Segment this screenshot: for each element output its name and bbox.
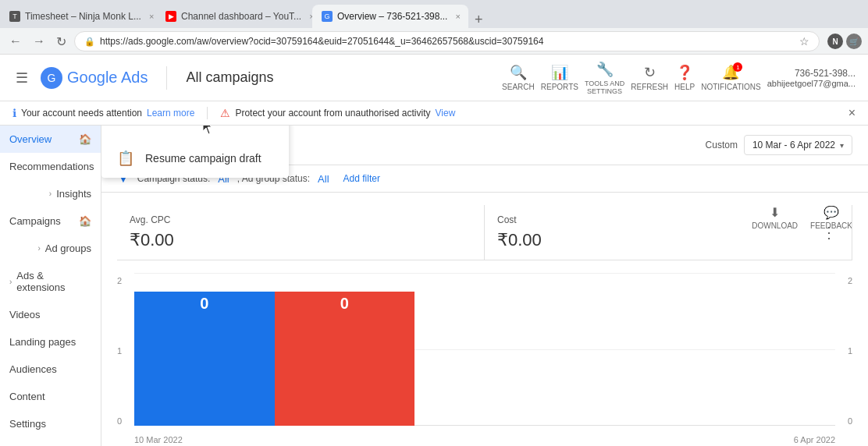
attention-item-2: ⚠ Protect your account from unauthorised…: [220, 107, 455, 119]
attention-item-1: ℹ Your account needs attention Learn mor…: [12, 107, 194, 119]
reports-icon: 📊: [551, 64, 568, 81]
sidebar-item-content[interactable]: Content: [0, 383, 101, 410]
tab-favicon-googleads: G: [322, 11, 333, 22]
resume-draft-icon: 📋: [117, 150, 134, 167]
tab-favicon-timesheet: T: [9, 11, 20, 22]
address-bar[interactable]: 🔒 https://ads.google.com/aw/overview?oci…: [74, 31, 820, 51]
google-ads-logo-svg: G: [41, 67, 62, 89]
all-campaigns-label: All campaigns: [186, 69, 273, 86]
attention-text-2: Protect your account from unauthorised a…: [235, 108, 430, 119]
svg-text:G: G: [48, 72, 56, 84]
tab-label-youtube: Channel dashboard – YouT...: [181, 11, 301, 22]
notifications-icon: 🔔 1: [722, 64, 739, 81]
home-icon: 🏠: [79, 133, 91, 145]
attention-text-1: Your account needs attention: [21, 108, 142, 119]
tab-youtube[interactable]: ▶ Channel dashboard – YouT... ×: [156, 5, 312, 28]
new-campaign-item[interactable]: + New campaign: [101, 126, 289, 139]
insights-arrow: ›: [49, 189, 52, 198]
sidebar-item-landing-pages[interactable]: Landing pages: [0, 328, 101, 356]
sidebar: Overview 🏠 Recommendations › Insights Ca…: [0, 126, 101, 446]
date-range-button[interactable]: 10 Mar - 6 Apr 2022 ▾: [744, 135, 852, 155]
sidebar-label-content: Content: [9, 391, 45, 402]
chart-area: ⬇ DOWNLOAD 💬 FEEDBACK Avg. CPC ₹0.00: [101, 193, 868, 446]
browser-chrome: T Timesheet – Ninja Monk L... × ▶ Channe…: [0, 0, 868, 55]
refresh-action[interactable]: ↻ REFRESH: [631, 64, 668, 91]
account-email: abhijeetgoel77@gma...: [767, 79, 856, 88]
sidebar-item-ads-extensions[interactable]: › Ads & extensions: [0, 262, 101, 301]
sidebar-label-settings: Settings: [9, 418, 46, 430]
tools-action[interactable]: 🔧 TOOLS ANDSETTINGS: [585, 61, 624, 95]
view-link[interactable]: View: [436, 108, 456, 119]
learn-more-link[interactable]: Learn more: [147, 108, 194, 119]
tab-favicon-youtube: ▶: [165, 11, 176, 22]
sidebar-item-change-history[interactable]: Change history: [0, 437, 101, 446]
tab-googleads[interactable]: G Overview – 736-521-398... ×: [312, 5, 468, 28]
notifications-label: NOTIFICATIONS: [701, 83, 760, 91]
tab-close-timesheet[interactable]: ×: [149, 12, 154, 21]
refresh-icon: ↻: [644, 64, 656, 81]
google-ads-logo: G Google Ads: [41, 67, 148, 89]
date-range-text: 10 Mar - 6 Apr 2022: [752, 140, 835, 150]
sidebar-item-videos[interactable]: Videos: [0, 301, 101, 328]
ext-icon-cart: 🛒: [846, 34, 862, 49]
nav-divider: [166, 66, 167, 90]
sidebar-label-ads-extensions: Ads & extensions: [16, 270, 91, 293]
custom-label: Custom: [706, 140, 738, 150]
search-icon: 🔍: [510, 64, 527, 81]
attention-divider: [207, 107, 208, 119]
date-range-chevron: ▾: [840, 141, 844, 150]
tab-label-googleads: Overview – 736-521-398...: [337, 11, 447, 22]
sidebar-item-campaigns[interactable]: Campaigns 🏠: [0, 207, 101, 235]
add-filter-button[interactable]: Add filter: [343, 173, 380, 184]
back-button[interactable]: ←: [6, 33, 25, 50]
attention-close-button[interactable]: ×: [848, 106, 856, 120]
help-label: HELP: [674, 83, 695, 91]
avg-cpc-label: Avg. CPC: [130, 214, 471, 225]
account-info[interactable]: 736-521-398... abhijeetgoel77@gma...: [767, 68, 856, 88]
search-action[interactable]: 🔍 SEARCH: [502, 64, 535, 91]
forward-button[interactable]: →: [30, 33, 48, 50]
sidebar-label-overview: Overview: [9, 133, 52, 145]
tools-icon: 🔧: [596, 61, 614, 78]
dropdown-menu: + New campaign 📋 Resume campaign draft: [101, 126, 289, 178]
campaigns-home-icon: 🏠: [79, 215, 91, 227]
resume-draft-label: Resume campaign draft: [145, 152, 261, 165]
tab-bar: T Timesheet – Ninja Monk L... × ▶ Channe…: [0, 0, 868, 28]
sidebar-label-insights: Insights: [56, 188, 91, 200]
refresh-button[interactable]: ↻: [53, 33, 69, 51]
sidebar-label-adgroups: Ad groups: [45, 242, 91, 254]
url-text: https://ads.google.com/aw/overview?ocid=…: [100, 36, 795, 47]
ads-extensions-arrow: ›: [9, 278, 12, 286]
content-area: Overview Custom 10 Mar - 6 Apr 2022 ▾ ▼ …: [101, 126, 868, 446]
nav-actions: 🔍 SEARCH 📊 REPORTS 🔧 TOOLS ANDSETTINGS ↻…: [502, 61, 856, 95]
sidebar-item-recommendations[interactable]: Recommendations: [0, 153, 101, 180]
sidebar-item-settings[interactable]: Settings: [0, 410, 101, 437]
sidebar-item-insights[interactable]: › Insights: [0, 180, 101, 207]
main-layout: Overview 🏠 Recommendations › Insights Ca…: [0, 126, 868, 446]
help-icon: ❓: [676, 64, 693, 81]
notifications-action[interactable]: 🔔 1 NOTIFICATIONS: [701, 64, 760, 91]
reports-action[interactable]: 📊 REPORTS: [541, 64, 578, 91]
help-action[interactable]: ❓ HELP: [674, 64, 695, 91]
new-tab-button[interactable]: +: [468, 12, 489, 28]
refresh-label: REFRESH: [631, 83, 668, 91]
account-id: 736-521-398...: [795, 68, 856, 79]
sidebar-item-adgroups[interactable]: › Ad groups: [0, 235, 101, 262]
tools-label: TOOLS ANDSETTINGS: [585, 80, 624, 95]
sidebar-label-landing-pages: Landing pages: [9, 336, 76, 348]
tab-close-googleads[interactable]: ×: [455, 12, 460, 21]
hamburger-icon[interactable]: ☰: [12, 66, 31, 90]
resume-draft-item[interactable]: 📋 Resume campaign draft: [101, 139, 289, 178]
tab-timesheet[interactable]: T Timesheet – Ninja Monk L... ×: [0, 5, 156, 28]
top-nav: ☰ G Google Ads All campaigns 🔍 SEARCH 📊 …: [0, 55, 868, 101]
bookmark-icon[interactable]: ☆: [799, 35, 809, 48]
sidebar-label-campaigns: Campaigns: [9, 215, 61, 227]
adgroup-status-value[interactable]: All: [318, 173, 329, 185]
lock-icon: 🔒: [84, 37, 95, 47]
extension-icons: N 🛒: [827, 34, 862, 49]
sidebar-item-overview[interactable]: Overview 🏠: [0, 126, 101, 153]
sidebar-item-audiences[interactable]: Audiences: [0, 356, 101, 383]
new-campaign-icon: +: [117, 126, 126, 128]
cost-label: Cost: [497, 214, 839, 225]
adgroups-arrow: ›: [37, 244, 40, 253]
